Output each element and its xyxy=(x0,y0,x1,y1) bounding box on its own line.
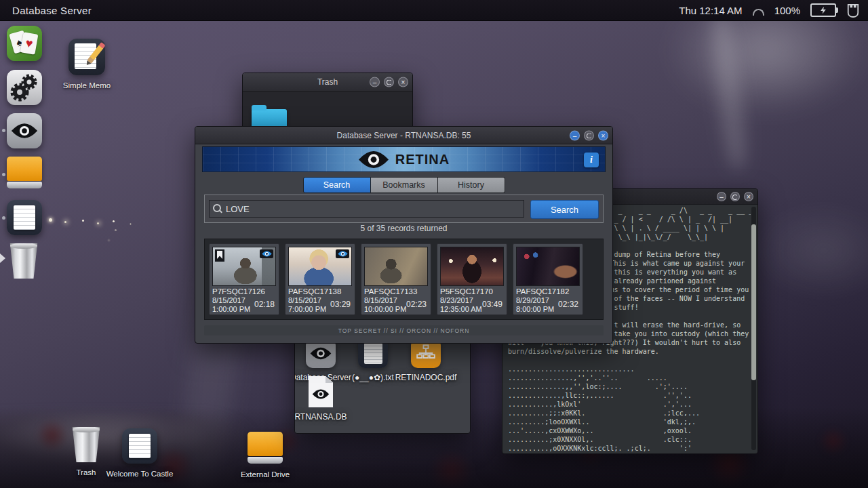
bookmark-icon[interactable] xyxy=(215,249,224,262)
file-label: RETINADOC.pdf xyxy=(395,373,457,382)
close-button[interactable]: × xyxy=(398,77,408,87)
minimize-button[interactable]: – xyxy=(570,130,580,140)
dock-item-trash[interactable] xyxy=(7,243,42,279)
record-id: P7FSQC17126 xyxy=(212,287,276,296)
refresh-button[interactable] xyxy=(730,192,740,201)
record-card[interactable]: P5FSQC17170 8/23/2017 12:35:00 AM 03:49 xyxy=(437,243,507,315)
window-title: Trash xyxy=(317,77,338,87)
dock-item-database-server[interactable] xyxy=(7,113,42,148)
gears-icon xyxy=(7,70,42,105)
dock-item-settings[interactable] xyxy=(7,70,42,105)
eye-page-icon xyxy=(309,376,333,407)
minimize-button[interactable]: – xyxy=(717,192,726,201)
record-id: PAFSQC17182 xyxy=(516,287,580,296)
refresh-icon xyxy=(587,133,592,138)
search-panel: Search xyxy=(204,195,604,223)
record-duration: 02:23 xyxy=(406,300,427,309)
running-indicator-dot xyxy=(2,129,5,132)
desktop-icon-label: Welcome To Castle xyxy=(106,470,174,478)
record-thumbnail xyxy=(212,247,276,286)
info-button[interactable]: i xyxy=(584,152,599,167)
tab-history[interactable]: History xyxy=(438,177,505,193)
banner-title: RETINA xyxy=(395,152,450,167)
file-label: RTNANSA.DB xyxy=(294,412,347,422)
close-button[interactable]: × xyxy=(744,192,753,201)
desktop-icon-label: External Drive xyxy=(241,470,290,479)
active-app-name[interactable]: Database Server xyxy=(12,5,92,16)
record-thumbnail xyxy=(440,247,504,286)
tab-bar: Search Bookmarks History xyxy=(303,177,505,193)
record-id: PAFSQC17138 xyxy=(288,287,352,296)
record-card[interactable]: PAFSQC17182 8/29/2017 8:00:00 PM 02:32 xyxy=(513,243,583,315)
viewed-eye-icon xyxy=(336,249,349,258)
record-thumbnail xyxy=(516,247,580,286)
minimize-button[interactable]: – xyxy=(370,77,380,87)
dock-item-external-drive[interactable] xyxy=(7,157,42,192)
refresh-icon xyxy=(387,80,392,85)
desktop-icon-welcome-to-castle[interactable]: Welcome To Castle xyxy=(117,428,163,478)
wifi-icon xyxy=(753,9,764,16)
tab-bookmarks[interactable]: Bookmarks xyxy=(371,177,438,193)
refresh-button[interactable] xyxy=(384,77,394,87)
search-icon xyxy=(213,204,221,212)
desktop-icon-trash[interactable]: Trash xyxy=(64,427,108,476)
desktop-icon-label: Trash xyxy=(77,468,96,476)
record-id: P5FSQC17170 xyxy=(440,287,504,296)
memo-icon xyxy=(68,39,105,75)
lined-paper-icon xyxy=(122,428,157,464)
desktop-icon-simple-memo[interactable]: Simple Memo xyxy=(66,39,108,89)
trash-window-titlebar[interactable]: Trash – × xyxy=(243,73,412,92)
record-card[interactable]: PAFSQC17138 8/15/2017 7:00:00 PM 03:29 xyxy=(285,243,355,315)
pier-lights xyxy=(49,218,52,222)
playing-cards-icon: ♠ ♥ xyxy=(7,26,42,61)
database-server-window: Database Server - RTNANSA.DB: 55 – × RET… xyxy=(195,126,613,344)
desktop-icon-external-drive[interactable]: External Drive xyxy=(242,432,288,479)
desktop: Simple Memo Trash Welcome To Castle Exte… xyxy=(0,0,868,488)
lined-paper-icon xyxy=(7,200,42,235)
desktop-icon-label: Simple Memo xyxy=(63,81,111,89)
editor-scrollbar-thumb[interactable] xyxy=(751,224,756,380)
classification-banner: TOP SECRET // SI // ORCON // NOFORN xyxy=(204,325,604,336)
record-duration: 02:18 xyxy=(254,300,275,309)
file-label: (●__●✿).txt xyxy=(352,373,394,382)
refresh-icon xyxy=(732,195,738,200)
record-thumbnail xyxy=(364,247,428,286)
record-duration: 03:29 xyxy=(330,300,351,309)
record-card[interactable]: PAFSQC17133 8/15/2017 10:00:00 PM 02:23 xyxy=(361,243,431,315)
orange-drive-icon xyxy=(7,157,42,189)
refresh-button[interactable] xyxy=(584,130,594,140)
record-card[interactable]: P7FSQC17126 8/15/2017 1:00:00 PM 02:18 xyxy=(209,243,279,315)
tab-search[interactable]: Search xyxy=(303,177,371,193)
search-button[interactable]: Search xyxy=(530,200,599,219)
file-item-rtnansa-db[interactable]: RTNANSA.DB xyxy=(294,376,353,422)
metal-cup-icon xyxy=(9,243,39,279)
record-duration: 02:32 xyxy=(558,300,578,309)
records-panel: P7FSQC17126 8/15/2017 1:00:00 PM 02:18 P… xyxy=(204,239,604,320)
menubar: Database Server Thu 12:14 AM 100% xyxy=(0,0,868,21)
running-indicator-dot xyxy=(2,173,5,176)
record-thumbnail xyxy=(288,247,352,286)
crest-icon[interactable] xyxy=(846,3,860,18)
battery-charging-icon xyxy=(810,3,836,17)
dock-expand-arrow-icon[interactable] xyxy=(0,253,5,263)
dock-item-notes[interactable] xyxy=(7,200,42,235)
battery-percent: 100% xyxy=(774,5,800,16)
trash-cup-icon xyxy=(71,427,101,462)
close-button[interactable]: × xyxy=(598,130,608,140)
record-id: PAFSQC17133 xyxy=(364,287,428,296)
menubar-clock: Thu 12:14 AM xyxy=(679,5,742,16)
eye-icon xyxy=(7,113,42,148)
running-indicator-dot xyxy=(2,216,5,220)
external-drive-icon xyxy=(248,432,283,464)
bolt-icon xyxy=(819,7,827,14)
database-window-titlebar[interactable]: Database Server - RTNANSA.DB: 55 – × xyxy=(195,127,612,144)
dock-item-card-game[interactable]: ♠ ♥ xyxy=(7,26,42,61)
results-status: 5 of 35 records returned xyxy=(195,224,612,233)
retina-eye-logo xyxy=(358,150,389,169)
retina-banner: RETINA i xyxy=(202,146,606,172)
search-input[interactable] xyxy=(209,200,524,218)
record-duration: 03:49 xyxy=(482,300,502,309)
window-title: Database Server - RTNANSA.DB: 55 xyxy=(337,131,471,140)
viewed-eye-icon xyxy=(260,249,273,258)
file-item-retinadoc-pdf[interactable]: RETINADOC.pdf xyxy=(393,338,458,382)
